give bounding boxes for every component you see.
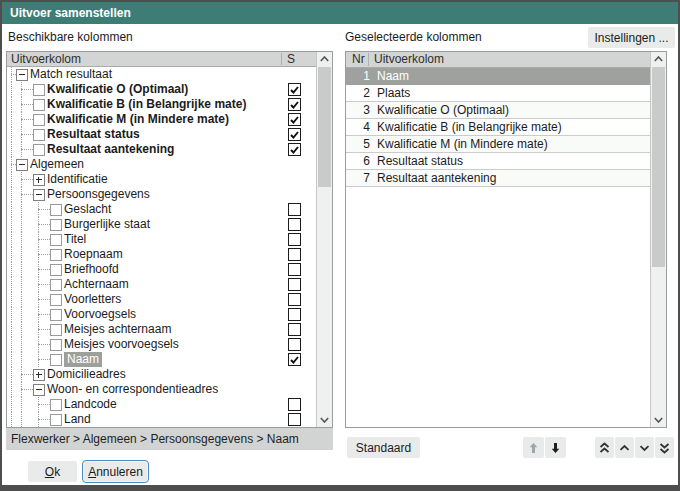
selected-column-row[interactable]: 2Plaats: [346, 85, 650, 102]
tree-node[interactable]: Resultaat aantekening: [7, 142, 316, 157]
move-down-button[interactable]: [545, 437, 566, 458]
scroll-down-icon[interactable]: [317, 413, 332, 427]
tree-item-checkbox-icon[interactable]: [50, 204, 62, 216]
selected-column-row[interactable]: 7Resultaat aantekening: [346, 170, 650, 187]
row-number: 3: [346, 102, 370, 118]
tree-node[interactable]: Briefhoofd: [7, 262, 316, 277]
row-label: Plaats: [377, 86, 410, 100]
tree-node[interactable]: Geslacht: [7, 202, 316, 217]
move-up-one-button[interactable]: [615, 437, 634, 458]
row-number: 4: [346, 119, 370, 135]
tree-scrollbar[interactable]: [316, 52, 332, 427]
tree-item-checkbox-icon[interactable]: [50, 234, 62, 246]
tree-node[interactable]: Resultaat status: [7, 127, 316, 142]
tree-item-checkbox-icon[interactable]: [50, 414, 62, 426]
settings-button[interactable]: Instellingen ...: [588, 27, 675, 48]
ok-button[interactable]: Ok: [28, 461, 77, 482]
tree-node[interactable]: Roepnaam: [7, 247, 316, 262]
selected-column-row[interactable]: 1Naam: [346, 68, 650, 85]
table-scrollbar[interactable]: [650, 52, 666, 427]
tree-node-label: Voorvoegsels: [64, 307, 136, 322]
tree-scrollbar-thumb[interactable]: [318, 67, 331, 187]
column-checkbox-unchecked[interactable]: [288, 398, 301, 411]
tree-node[interactable]: Algemeen: [7, 157, 316, 172]
tree-node[interactable]: Titel: [7, 232, 316, 247]
scroll-up-icon[interactable]: [651, 52, 666, 66]
tree-item-checkbox-icon[interactable]: [50, 264, 62, 276]
tree-node[interactable]: Kwalificatie O (Optimaal): [7, 82, 316, 97]
tree-node[interactable]: Domicilieadres: [7, 367, 316, 382]
collapse-minus-icon[interactable]: [16, 69, 28, 81]
tree-item-checkbox-icon[interactable]: [50, 294, 62, 306]
tree-node[interactable]: Match resultaat: [7, 67, 316, 82]
selected-column-row[interactable]: 4Kwalificatie B (in Belangrijke mate): [346, 119, 650, 136]
column-checkbox-checked[interactable]: [288, 128, 301, 141]
column-checkbox-unchecked[interactable]: [288, 308, 301, 321]
tree-node[interactable]: Persoonsgegevens: [7, 187, 316, 202]
tree-connector-line: [21, 89, 33, 90]
tree-item-checkbox-icon[interactable]: [50, 354, 62, 366]
tree-item-checkbox-icon[interactable]: [33, 99, 45, 111]
tree-item-checkbox-icon[interactable]: [50, 339, 62, 351]
column-checkbox-checked[interactable]: [288, 83, 301, 96]
column-checkbox-unchecked[interactable]: [288, 218, 301, 231]
selected-column-row[interactable]: 6Resultaat status: [346, 153, 650, 170]
table-scrollbar-thumb[interactable]: [652, 67, 665, 267]
collapse-minus-icon[interactable]: [33, 189, 45, 201]
tree-node[interactable]: Landcode: [7, 397, 316, 412]
row-number: 5: [346, 136, 370, 152]
tree-item-checkbox-icon[interactable]: [50, 219, 62, 231]
move-to-top-button[interactable]: [595, 437, 614, 458]
tree-node[interactable]: Meisjes voorvoegsels: [7, 337, 316, 352]
tree-item-checkbox-icon[interactable]: [50, 324, 62, 336]
scroll-down-icon[interactable]: [651, 413, 666, 427]
tree-node[interactable]: Woon- en correspondentieadres: [7, 382, 316, 397]
cancel-button[interactable]: Annuleren: [82, 460, 149, 483]
tree-node[interactable]: Kwalificatie M (in Mindere mate): [7, 112, 316, 127]
tree-item-checkbox-icon[interactable]: [33, 129, 45, 141]
column-checkbox-checked[interactable]: [288, 143, 301, 156]
tree-item-checkbox-icon[interactable]: [33, 144, 45, 156]
column-checkbox-unchecked[interactable]: [288, 263, 301, 276]
tree-node[interactable]: Kwalificatie B (in Belangrijke mate): [7, 97, 316, 112]
column-checkbox-checked[interactable]: [288, 353, 301, 366]
tree-node[interactable]: Meisjes achternaam: [7, 322, 316, 337]
tree-node[interactable]: Voorvoegsels: [7, 307, 316, 322]
column-checkbox-unchecked[interactable]: [288, 338, 301, 351]
tree-item-checkbox-icon[interactable]: [50, 309, 62, 321]
tree-node[interactable]: Naam: [7, 352, 316, 367]
expand-plus-icon[interactable]: [33, 174, 45, 186]
column-checkbox-unchecked[interactable]: [288, 203, 301, 216]
tree-item-checkbox-icon[interactable]: [50, 249, 62, 261]
column-checkbox-unchecked[interactable]: [288, 233, 301, 246]
column-checkbox-checked[interactable]: [288, 113, 301, 126]
column-checkbox-unchecked[interactable]: [288, 323, 301, 336]
column-checkbox-unchecked[interactable]: [288, 248, 301, 261]
scroll-up-icon[interactable]: [317, 52, 332, 66]
tree-node[interactable]: Voorletters: [7, 292, 316, 307]
move-down-one-button[interactable]: [635, 437, 654, 458]
tree-item-checkbox-icon[interactable]: [50, 399, 62, 411]
selected-column-row[interactable]: 5Kwalificatie M (in Mindere mate): [346, 136, 650, 153]
column-checkbox-unchecked[interactable]: [288, 293, 301, 306]
column-checkbox-unchecked[interactable]: [288, 278, 301, 291]
column-checkbox-checked[interactable]: [288, 98, 301, 111]
tree-node[interactable]: Identificatie: [7, 172, 316, 187]
expand-plus-icon[interactable]: [33, 369, 45, 381]
tree-node[interactable]: Burgerlijke staat: [7, 217, 316, 232]
tree-node[interactable]: Achternaam: [7, 277, 316, 292]
tree-item-checkbox-icon[interactable]: [50, 279, 62, 291]
collapse-minus-icon[interactable]: [16, 159, 28, 171]
tree-guide-line: [11, 172, 12, 187]
move-up-button[interactable]: [523, 437, 544, 458]
selected-column-row[interactable]: 3Kwalificatie O (Optimaal): [346, 102, 650, 119]
tree-guide-line: [11, 247, 12, 262]
standaard-button[interactable]: Standaard: [347, 437, 420, 458]
tree-item-checkbox-icon[interactable]: [33, 84, 45, 96]
tree-item-checkbox-icon[interactable]: [33, 114, 45, 126]
column-checkbox-unchecked[interactable]: [288, 413, 301, 426]
tree-guide-line: [21, 307, 22, 322]
move-to-bottom-button[interactable]: [655, 437, 674, 458]
collapse-minus-icon[interactable]: [33, 384, 45, 396]
tree-node[interactable]: Land: [7, 412, 316, 427]
